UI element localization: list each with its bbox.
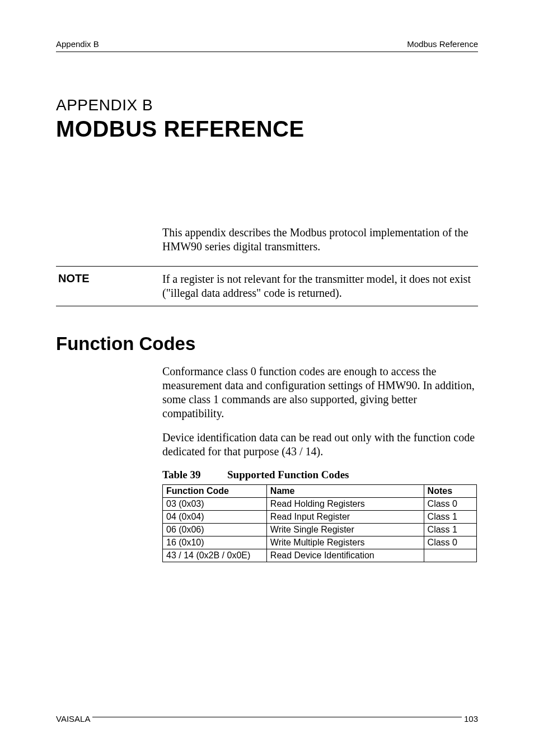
appendix-title: MODBUS REFERENCE (56, 116, 478, 142)
table-caption: Table 39Supported Function Codes (162, 469, 478, 481)
table-header-code: Function Code (163, 485, 267, 498)
section-heading: Function Codes (56, 333, 478, 354)
header-left: Appendix B (56, 39, 99, 49)
cell-code: 04 (0x04) (163, 511, 267, 524)
table-header-notes: Notes (424, 485, 476, 498)
body-paragraph-2: Device identification data can be read o… (162, 431, 478, 459)
cell-name: Read Device Identification (266, 549, 424, 562)
note-label: NOTE (58, 272, 162, 285)
body-paragraph-1: Conformance class 0 function codes are e… (162, 365, 478, 421)
cell-name: Read Input Register (266, 511, 424, 524)
header-rule (56, 52, 478, 52)
table-caption-label: Table 39 (162, 469, 227, 481)
note-text: If a register is not relevant for the tr… (162, 272, 476, 300)
table-row: 06 (0x06) Write Single Register Class 1 (163, 524, 477, 536)
function-codes-table: Function Code Name Notes 03 (0x03) Read … (162, 484, 477, 562)
cell-name: Write Single Register (266, 524, 424, 536)
table-row: 04 (0x04) Read Input Register Class 1 (163, 511, 477, 524)
cell-name: Write Multiple Registers (266, 536, 424, 549)
table-row: 16 (0x10) Write Multiple Registers Class… (163, 536, 477, 549)
footer-rule (92, 711, 462, 717)
cell-name: Read Holding Registers (266, 498, 424, 511)
table-header-row: Function Code Name Notes (163, 485, 477, 498)
table-caption-title: Supported Function Codes (227, 469, 349, 480)
appendix-label: APPENDIX B (56, 96, 478, 114)
cell-notes: Class 0 (424, 536, 476, 549)
page-header: Appendix B Modbus Reference (56, 39, 478, 49)
cell-notes (424, 549, 476, 562)
page: Appendix B Modbus Reference APPENDIX B M… (0, 0, 534, 756)
cell-code: 03 (0x03) (163, 498, 267, 511)
intro-paragraph: This appendix describes the Modbus proto… (162, 226, 478, 254)
cell-code: 43 / 14 (0x2B / 0x0E) (163, 549, 267, 562)
cell-code: 16 (0x10) (163, 536, 267, 549)
table-row: 03 (0x03) Read Holding Registers Class 0 (163, 498, 477, 511)
footer-left: VAISALA (56, 714, 90, 724)
cell-code: 06 (0x06) (163, 524, 267, 536)
cell-notes: Class 0 (424, 498, 476, 511)
footer-page-number: 103 (464, 714, 478, 724)
cell-notes: Class 1 (424, 511, 476, 524)
table-row: 43 / 14 (0x2B / 0x0E) Read Device Identi… (163, 549, 477, 562)
header-right: Modbus Reference (407, 39, 478, 49)
page-footer: VAISALA 103 (56, 714, 478, 724)
table-header-name: Name (266, 485, 424, 498)
cell-notes: Class 1 (424, 524, 476, 536)
note-box: NOTE If a register is not relevant for t… (56, 266, 478, 306)
